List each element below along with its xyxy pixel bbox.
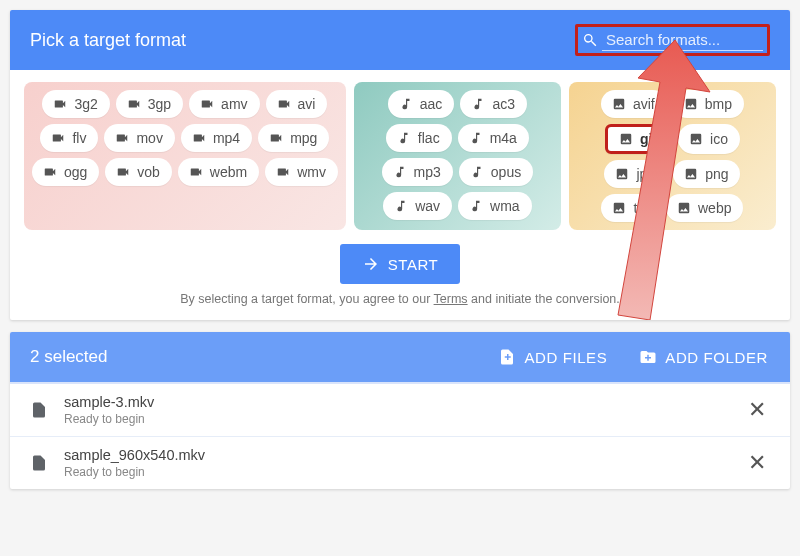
file-status: Ready to begin	[64, 465, 205, 479]
format-chip-ac3[interactable]: ac3	[460, 90, 527, 118]
remove-file-button[interactable]: ✕	[744, 452, 770, 474]
format-chip-jpg[interactable]: jpg	[604, 160, 667, 188]
chip-label: 3gp	[148, 96, 171, 112]
chip-label: webm	[210, 164, 247, 180]
add-folder-label: ADD FOLDER	[665, 349, 768, 366]
chip-label: opus	[491, 164, 521, 180]
arrow-right-icon	[362, 255, 380, 273]
i-image	[688, 133, 704, 145]
i-video	[276, 98, 292, 110]
add-folder-button[interactable]: ADD FOLDER	[637, 344, 770, 370]
i-video	[191, 132, 207, 144]
format-chip-bmp[interactable]: bmp	[673, 90, 744, 118]
add-files-label: ADD FILES	[524, 349, 607, 366]
chip-label: webp	[698, 200, 731, 216]
format-chip-opus[interactable]: opus	[459, 158, 533, 186]
format-chip-wmv[interactable]: wmv	[265, 158, 338, 186]
file-name: sample_960x540.mkv	[64, 447, 205, 463]
file-status: Ready to begin	[64, 412, 154, 426]
format-chip-mp4[interactable]: mp4	[181, 124, 252, 152]
start-label: START	[388, 256, 438, 273]
chip-label: avif	[633, 96, 655, 112]
i-video	[50, 132, 66, 144]
chip-label: 3g2	[74, 96, 97, 112]
i-image	[614, 168, 630, 180]
chip-label: wmv	[297, 164, 326, 180]
i-video	[268, 132, 284, 144]
i-video	[126, 98, 142, 110]
group-image: avifbmpgificojpgpngtiffwebp	[569, 82, 776, 230]
file-meta: sample_960x540.mkvReady to begin	[64, 447, 205, 479]
i-audio	[392, 166, 408, 178]
format-picker-card: Pick a target format 3g23gpamvaviflvmovm…	[10, 10, 790, 320]
i-audio	[398, 98, 414, 110]
add-folder-icon	[639, 348, 657, 366]
format-chip-ico[interactable]: ico	[678, 124, 740, 154]
search-input[interactable]	[602, 29, 763, 51]
format-chip-gif[interactable]: gif	[605, 124, 672, 154]
format-chip-mpg[interactable]: mpg	[258, 124, 329, 152]
chip-label: mp4	[213, 130, 240, 146]
files-header: 2 selected ADD FILES ADD FOLDER	[10, 332, 790, 382]
format-chip-avif[interactable]: avif	[601, 90, 667, 118]
format-chip-3gp[interactable]: 3gp	[116, 90, 183, 118]
start-button[interactable]: START	[340, 244, 460, 284]
group-audio: aacac3flacm4amp3opuswavwma	[354, 82, 561, 230]
chip-label: gif	[640, 131, 657, 147]
format-chip-avi[interactable]: avi	[266, 90, 328, 118]
selection-count: 2 selected	[30, 347, 108, 367]
format-chip-m4a[interactable]: m4a	[458, 124, 529, 152]
i-image	[611, 202, 627, 214]
format-chip-png[interactable]: png	[673, 160, 740, 188]
files-card: 2 selected ADD FILES ADD FOLDER sample-3…	[10, 332, 790, 489]
i-image	[683, 168, 699, 180]
format-chip-wav[interactable]: wav	[383, 192, 452, 220]
chip-label: amv	[221, 96, 247, 112]
chip-label: avi	[298, 96, 316, 112]
file-meta: sample-3.mkvReady to begin	[64, 394, 154, 426]
page-title: Pick a target format	[30, 30, 186, 51]
chip-label: ac3	[492, 96, 515, 112]
file-row: sample-3.mkvReady to begin✕	[10, 382, 790, 436]
chip-label: m4a	[490, 130, 517, 146]
i-video	[188, 166, 204, 178]
chip-label: mpg	[290, 130, 317, 146]
i-audio	[468, 132, 484, 144]
i-video	[52, 98, 68, 110]
add-file-icon	[498, 348, 516, 366]
header: Pick a target format	[10, 10, 790, 70]
format-chip-mp3[interactable]: mp3	[382, 158, 453, 186]
i-image	[618, 133, 634, 145]
chip-label: bmp	[705, 96, 732, 112]
chip-label: mp3	[414, 164, 441, 180]
format-chip-flv[interactable]: flv	[40, 124, 98, 152]
add-files-button[interactable]: ADD FILES	[496, 344, 609, 370]
i-video	[115, 166, 131, 178]
format-groups: 3g23gpamvaviflvmovmp4mpgoggvobwebmwmv aa…	[10, 70, 790, 234]
format-chip-webm[interactable]: webm	[178, 158, 259, 186]
format-chip-mov[interactable]: mov	[104, 124, 174, 152]
i-audio	[470, 98, 486, 110]
search-icon	[582, 32, 598, 48]
format-chip-aac[interactable]: aac	[388, 90, 455, 118]
format-chip-flac[interactable]: flac	[386, 124, 452, 152]
file-row: sample_960x540.mkvReady to begin✕	[10, 436, 790, 489]
format-chip-3g2[interactable]: 3g2	[42, 90, 109, 118]
chip-label: ico	[710, 131, 728, 147]
search-wrap[interactable]	[575, 24, 770, 56]
format-chip-webp[interactable]: webp	[666, 194, 743, 222]
remove-file-button[interactable]: ✕	[744, 399, 770, 421]
start-row: START	[10, 234, 790, 292]
format-chip-wma[interactable]: wma	[458, 192, 532, 220]
i-image	[611, 98, 627, 110]
chip-label: jpg	[636, 166, 655, 182]
format-chip-amv[interactable]: amv	[189, 90, 259, 118]
format-chip-tiff[interactable]: tiff	[601, 194, 660, 222]
i-video	[199, 98, 215, 110]
chip-label: flac	[418, 130, 440, 146]
format-chip-ogg[interactable]: ogg	[32, 158, 99, 186]
i-audio	[469, 166, 485, 178]
terms-link[interactable]: Terms	[434, 292, 468, 306]
format-chip-vob[interactable]: vob	[105, 158, 172, 186]
file-icon	[30, 452, 48, 474]
